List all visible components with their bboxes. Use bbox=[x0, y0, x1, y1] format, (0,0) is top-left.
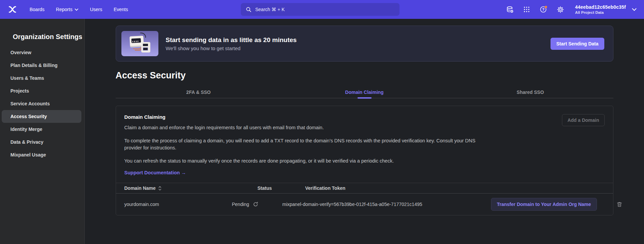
banner-subtitle: We'll show you how to get started bbox=[166, 45, 297, 51]
data-management-icon[interactable] bbox=[506, 5, 514, 13]
domains-table-header: Domain Name Status Verification Token bbox=[116, 183, 613, 194]
sidebar-item-service-accounts[interactable]: Service Accounts bbox=[2, 97, 81, 110]
nav-boards[interactable]: Boards bbox=[30, 7, 44, 12]
nav-reports[interactable]: Reports bbox=[56, 7, 78, 12]
sidebar-item-plan-details-billing[interactable]: Plan Details & Billing bbox=[2, 59, 81, 72]
sidebar-item-overview[interactable]: Overview bbox=[2, 46, 81, 59]
nav-users[interactable]: Users bbox=[90, 7, 102, 12]
sort-icon[interactable] bbox=[158, 186, 161, 190]
search-icon bbox=[246, 7, 252, 12]
tab-2fa-sso[interactable]: 2FA & SSO bbox=[116, 90, 281, 95]
project-label: All Project Data bbox=[575, 10, 626, 14]
sidebar-item-data-privacy[interactable]: Data & Privacy bbox=[2, 136, 81, 148]
org-settings-sidebar: Organization Settings Overview Plan Deta… bbox=[0, 19, 85, 244]
status-badge: Pending bbox=[232, 202, 249, 207]
top-nav: Boards Reports Users Events Search ⌘ + K bbox=[0, 0, 644, 19]
sidebar-title: Organization Settings bbox=[13, 33, 84, 41]
apps-grid-icon[interactable] bbox=[523, 5, 531, 13]
search-input[interactable]: Search ⌘ + K bbox=[241, 3, 400, 16]
sidebar-item-projects[interactable]: Projects bbox=[2, 84, 81, 97]
card-description-3: You can refresh the status to manually v… bbox=[116, 158, 503, 165]
start-sending-data-button[interactable]: Start Sending Data bbox=[551, 38, 604, 50]
help-icon[interactable]: ? bbox=[539, 5, 547, 13]
sidebar-item-mixpanel-usage[interactable]: Mixpanel Usage bbox=[2, 148, 81, 161]
primary-nav: Boards Reports Users Events bbox=[30, 7, 128, 12]
chevron-down-icon bbox=[75, 8, 78, 11]
tab-domain-claiming[interactable]: Domain Claiming bbox=[281, 90, 447, 95]
active-tab-indicator bbox=[357, 97, 372, 99]
refresh-status-icon[interactable] bbox=[253, 202, 258, 207]
mixpanel-logo[interactable] bbox=[7, 4, 17, 14]
main-area: Start sending data in as little as 20 mi… bbox=[85, 19, 644, 244]
support-documentation-link[interactable]: Support Documentation → bbox=[124, 170, 186, 175]
add-domain-button[interactable]: Add a Domain bbox=[562, 114, 604, 126]
sidebar-nav: Overview Plan Details & Billing Users & … bbox=[0, 46, 84, 161]
onboarding-illustration bbox=[121, 31, 158, 56]
column-header-verification-token: Verification Token bbox=[282, 185, 491, 191]
notification-badge bbox=[545, 6, 547, 8]
domains-table: Domain Name Status Verification Token yo… bbox=[116, 183, 613, 215]
banner-text: Start sending data in as little as 20 mi… bbox=[166, 36, 297, 51]
account-switcher[interactable]: 44eebad12c65eb0c35f All Project Data bbox=[575, 4, 626, 14]
sidebar-item-access-security[interactable]: Access Security bbox=[2, 110, 81, 123]
card-description-1: Claim a domain and enforce the login req… bbox=[116, 124, 503, 131]
nav-events[interactable]: Events bbox=[114, 7, 128, 12]
transfer-domain-button[interactable]: Transfer Domain to Your Admin Org Name bbox=[491, 198, 597, 211]
card-title: Domain Claiming bbox=[116, 114, 613, 120]
banner-title: Start sending data in as little as 20 mi… bbox=[166, 36, 297, 44]
sidebar-item-identity-merge[interactable]: Identity Merge bbox=[2, 123, 81, 136]
svg-text:?: ? bbox=[542, 7, 544, 11]
gear-icon[interactable] bbox=[556, 5, 564, 13]
column-header-status: Status bbox=[232, 185, 282, 191]
delete-domain-trash-icon[interactable] bbox=[616, 201, 622, 208]
access-security-tabs: 2FA & SSO Domain Claiming Shared SSO bbox=[116, 90, 613, 98]
page-title: Access Security bbox=[116, 70, 613, 81]
cell-verification-token: mixpanel-domain-verify=567b39be-012f-415… bbox=[282, 202, 491, 207]
domain-claiming-card: Domain Claiming Add a Domain Claim a dom… bbox=[116, 106, 613, 215]
table-row: yourdomain.com Pending mixpanel-domain-v… bbox=[116, 194, 613, 215]
onboarding-banner: Start sending data in as little as 20 mi… bbox=[116, 26, 613, 62]
tab-shared-sso[interactable]: Shared SSO bbox=[447, 90, 613, 95]
org-id: 44eebad12c65eb0c35f bbox=[575, 4, 626, 10]
sidebar-item-users-teams[interactable]: Users & Teams bbox=[2, 72, 81, 84]
top-right-actions: ? 44eebad12c65eb0c35f All Project Data bbox=[506, 4, 637, 14]
account-chevron-down-icon[interactable] bbox=[632, 8, 637, 11]
column-header-domain-name: Domain Name bbox=[124, 185, 156, 191]
search-placeholder: Search ⌘ + K bbox=[255, 7, 285, 12]
card-description-2: To complete the process of claiming a do… bbox=[116, 137, 503, 151]
cell-domain-name: yourdomain.com bbox=[124, 202, 232, 207]
